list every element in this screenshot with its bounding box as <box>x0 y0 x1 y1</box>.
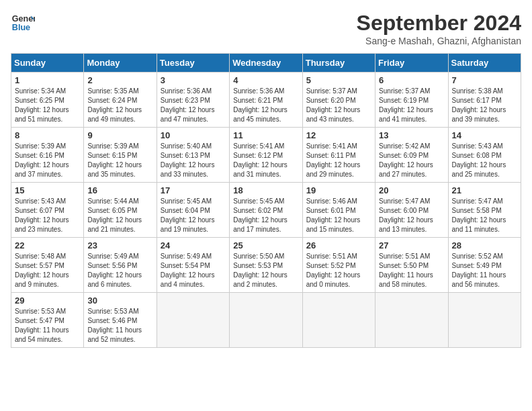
calendar-cell <box>302 293 375 348</box>
day-number: 3 <box>161 75 226 85</box>
calendar-cell: 28Sunrise: 5:52 AM Sunset: 5:49 PM Dayli… <box>448 238 521 293</box>
col-wednesday: Wednesday <box>230 54 302 73</box>
calendar-cell: 15Sunrise: 5:43 AM Sunset: 6:07 PM Dayli… <box>11 183 84 238</box>
day-number: 24 <box>161 240 226 250</box>
calendar-cell: 7Sunrise: 5:38 AM Sunset: 6:17 PM Daylig… <box>448 73 521 128</box>
day-info: Sunrise: 5:45 AM Sunset: 6:02 PM Dayligh… <box>233 197 298 234</box>
day-info: Sunrise: 5:39 AM Sunset: 6:15 PM Dayligh… <box>87 142 152 179</box>
calendar-cell: 4Sunrise: 5:36 AM Sunset: 6:21 PM Daylig… <box>230 73 302 128</box>
logo-icon: General Blue <box>11 11 35 35</box>
day-number: 29 <box>15 295 80 306</box>
day-info: Sunrise: 5:46 AM Sunset: 6:01 PM Dayligh… <box>306 197 371 234</box>
day-number: 13 <box>379 130 444 140</box>
col-saturday: Saturday <box>448 54 521 73</box>
calendar-cell: 12Sunrise: 5:41 AM Sunset: 6:11 PM Dayli… <box>302 128 375 183</box>
day-info: Sunrise: 5:37 AM Sunset: 6:19 PM Dayligh… <box>379 87 444 124</box>
day-info: Sunrise: 5:50 AM Sunset: 5:53 PM Dayligh… <box>233 252 298 289</box>
day-info: Sunrise: 5:36 AM Sunset: 6:23 PM Dayligh… <box>161 87 226 124</box>
calendar-cell <box>448 293 521 348</box>
day-number: 5 <box>306 75 371 85</box>
col-sunday: Sunday <box>11 54 84 73</box>
calendar-cell: 25Sunrise: 5:50 AM Sunset: 5:53 PM Dayli… <box>230 238 302 293</box>
day-info: Sunrise: 5:39 AM Sunset: 6:16 PM Dayligh… <box>15 142 80 179</box>
day-number: 2 <box>87 75 152 85</box>
calendar-cell: 24Sunrise: 5:49 AM Sunset: 5:54 PM Dayli… <box>157 238 229 293</box>
calendar-cell: 27Sunrise: 5:51 AM Sunset: 5:50 PM Dayli… <box>375 238 448 293</box>
day-info: Sunrise: 5:51 AM Sunset: 5:52 PM Dayligh… <box>306 252 371 289</box>
calendar-cell: 18Sunrise: 5:45 AM Sunset: 6:02 PM Dayli… <box>230 183 302 238</box>
day-number: 8 <box>15 130 80 140</box>
calendar-cell: 13Sunrise: 5:42 AM Sunset: 6:09 PM Dayli… <box>375 128 448 183</box>
day-number: 21 <box>452 185 517 195</box>
calendar-cell: 2Sunrise: 5:35 AM Sunset: 6:24 PM Daylig… <box>84 73 157 128</box>
day-info: Sunrise: 5:34 AM Sunset: 6:25 PM Dayligh… <box>15 87 80 124</box>
calendar-week-row: 22Sunrise: 5:48 AM Sunset: 5:57 PM Dayli… <box>11 238 521 293</box>
calendar-cell: 22Sunrise: 5:48 AM Sunset: 5:57 PM Dayli… <box>11 238 84 293</box>
day-number: 16 <box>87 185 152 195</box>
calendar-cell <box>230 293 302 348</box>
col-friday: Friday <box>375 54 448 73</box>
day-info: Sunrise: 5:35 AM Sunset: 6:24 PM Dayligh… <box>87 87 152 124</box>
day-number: 10 <box>161 130 226 140</box>
col-tuesday: Tuesday <box>157 54 229 73</box>
calendar-cell: 23Sunrise: 5:49 AM Sunset: 5:56 PM Dayli… <box>84 238 157 293</box>
day-info: Sunrise: 5:48 AM Sunset: 5:57 PM Dayligh… <box>15 252 80 289</box>
day-info: Sunrise: 5:51 AM Sunset: 5:50 PM Dayligh… <box>379 252 444 289</box>
calendar-cell: 17Sunrise: 5:45 AM Sunset: 6:04 PM Dayli… <box>157 183 229 238</box>
day-number: 25 <box>233 240 298 250</box>
calendar-cell: 30Sunrise: 5:53 AM Sunset: 5:46 PM Dayli… <box>84 293 157 348</box>
day-info: Sunrise: 5:43 AM Sunset: 6:08 PM Dayligh… <box>452 142 517 179</box>
day-number: 22 <box>15 240 80 250</box>
location-title: Sang-e Mashah, Ghazni, Afghanistan <box>357 36 521 46</box>
calendar-week-row: 29Sunrise: 5:53 AM Sunset: 5:47 PM Dayli… <box>11 293 521 348</box>
calendar-cell: 16Sunrise: 5:44 AM Sunset: 6:05 PM Dayli… <box>84 183 157 238</box>
calendar-cell <box>375 293 448 348</box>
day-info: Sunrise: 5:47 AM Sunset: 6:00 PM Dayligh… <box>379 197 444 234</box>
day-number: 12 <box>306 130 371 140</box>
day-info: Sunrise: 5:49 AM Sunset: 5:56 PM Dayligh… <box>87 252 152 289</box>
header: General Blue September 2024 Sang-e Masha… <box>11 11 521 46</box>
day-number: 27 <box>379 240 444 250</box>
calendar-cell: 1Sunrise: 5:34 AM Sunset: 6:25 PM Daylig… <box>11 73 84 128</box>
calendar-cell: 26Sunrise: 5:51 AM Sunset: 5:52 PM Dayli… <box>302 238 375 293</box>
calendar-cell: 19Sunrise: 5:46 AM Sunset: 6:01 PM Dayli… <box>302 183 375 238</box>
day-number: 19 <box>306 185 371 195</box>
calendar-cell: 29Sunrise: 5:53 AM Sunset: 5:47 PM Dayli… <box>11 293 84 348</box>
day-number: 7 <box>452 75 517 85</box>
calendar-week-row: 1Sunrise: 5:34 AM Sunset: 6:25 PM Daylig… <box>11 73 521 128</box>
calendar-cell: 5Sunrise: 5:37 AM Sunset: 6:20 PM Daylig… <box>302 73 375 128</box>
day-info: Sunrise: 5:38 AM Sunset: 6:17 PM Dayligh… <box>452 87 517 124</box>
day-number: 30 <box>87 295 152 306</box>
calendar-body: 1Sunrise: 5:34 AM Sunset: 6:25 PM Daylig… <box>11 73 521 348</box>
day-number: 18 <box>233 185 298 195</box>
day-info: Sunrise: 5:43 AM Sunset: 6:07 PM Dayligh… <box>15 197 80 234</box>
day-info: Sunrise: 5:45 AM Sunset: 6:04 PM Dayligh… <box>161 197 226 234</box>
day-info: Sunrise: 5:44 AM Sunset: 6:05 PM Dayligh… <box>87 197 152 234</box>
col-monday: Monday <box>84 54 157 73</box>
calendar-cell: 10Sunrise: 5:40 AM Sunset: 6:13 PM Dayli… <box>157 128 229 183</box>
day-number: 28 <box>452 240 517 250</box>
day-info: Sunrise: 5:36 AM Sunset: 6:21 PM Dayligh… <box>233 87 298 124</box>
day-number: 20 <box>379 185 444 195</box>
calendar-cell <box>157 293 229 348</box>
day-number: 26 <box>306 240 371 250</box>
calendar-cell: 3Sunrise: 5:36 AM Sunset: 6:23 PM Daylig… <box>157 73 229 128</box>
calendar-cell: 14Sunrise: 5:43 AM Sunset: 6:08 PM Dayli… <box>448 128 521 183</box>
calendar-week-row: 8Sunrise: 5:39 AM Sunset: 6:16 PM Daylig… <box>11 128 521 183</box>
calendar-table: Sunday Monday Tuesday Wednesday Thursday… <box>11 53 521 348</box>
calendar-cell: 20Sunrise: 5:47 AM Sunset: 6:00 PM Dayli… <box>375 183 448 238</box>
calendar-cell: 9Sunrise: 5:39 AM Sunset: 6:15 PM Daylig… <box>84 128 157 183</box>
day-number: 15 <box>15 185 80 195</box>
day-info: Sunrise: 5:53 AM Sunset: 5:47 PM Dayligh… <box>15 307 80 345</box>
calendar-cell: 8Sunrise: 5:39 AM Sunset: 6:16 PM Daylig… <box>11 128 84 183</box>
day-number: 6 <box>379 75 444 85</box>
month-title: September 2024 <box>357 11 521 36</box>
day-info: Sunrise: 5:37 AM Sunset: 6:20 PM Dayligh… <box>306 87 371 124</box>
svg-text:Blue: Blue <box>12 23 30 32</box>
day-number: 11 <box>233 130 298 140</box>
day-info: Sunrise: 5:49 AM Sunset: 5:54 PM Dayligh… <box>161 252 226 289</box>
calendar-cell: 21Sunrise: 5:47 AM Sunset: 5:58 PM Dayli… <box>448 183 521 238</box>
col-thursday: Thursday <box>302 54 375 73</box>
day-number: 4 <box>233 75 298 85</box>
calendar-week-row: 15Sunrise: 5:43 AM Sunset: 6:07 PM Dayli… <box>11 183 521 238</box>
